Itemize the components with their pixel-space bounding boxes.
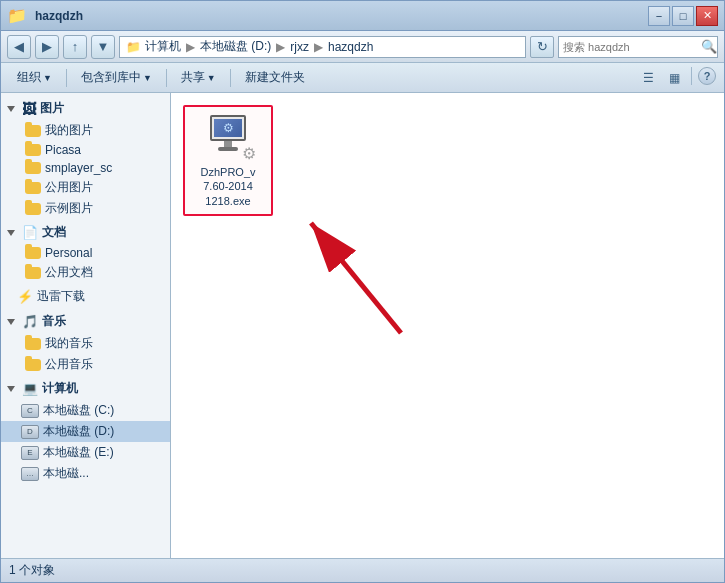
folder-icon [25,338,41,350]
toolbar-right: ☰ ▦ ? [637,67,716,89]
search-box[interactable]: 🔍 [558,36,718,58]
dropdown-button[interactable]: ▼ [91,35,115,59]
path-part-4: hazqdzh [328,40,373,54]
sidebar-item-personal[interactable]: Personal [1,244,170,262]
view-mode-button-1[interactable]: ☰ [637,67,659,89]
address-path[interactable]: 📁 计算机 ▶ 本地磁盘 (D:) ▶ rjxz ▶ hazqdzh [119,36,526,58]
sidebar-item-my-pictures[interactable]: 我的图片 [1,120,170,141]
documents-icon: 📄 [22,225,38,240]
pictures-expand-icon [7,106,15,112]
folder-icon [25,125,41,137]
toolbar-separator-4 [691,67,692,85]
sidebar-section-computer: 💻 计算机 C 本地磁盘 (C:) D 本地磁盘 (D:) E 本地磁盘 (E:… [1,377,170,484]
computer-expand-icon [7,386,15,392]
my-pictures-label: 我的图片 [45,122,93,139]
folder-icon [25,144,41,156]
sidebar-section-thunder: ⚡ 迅雷下载 [1,285,170,308]
maximize-button[interactable]: □ [672,6,694,26]
folder-icon [25,247,41,259]
path-part-1: 计算机 [145,38,181,55]
drive-e-icon: E [21,446,39,460]
file-name: DzhPRO_v 7.60-2014 1218.exe [200,165,255,208]
minimize-button[interactable]: − [648,6,670,26]
documents-expand-icon [7,230,15,236]
toolbar-separator-1 [66,69,67,87]
screen-content: ⚙ [223,121,234,135]
documents-label: 文档 [42,224,66,241]
help-button[interactable]: ? [698,67,716,85]
search-icon[interactable]: 🔍 [701,39,717,54]
my-music-label: 我的音乐 [45,335,93,352]
drive-c-label: 本地磁盘 (C:) [43,402,114,419]
up-button[interactable]: ↑ [63,35,87,59]
file-icon-wrapper: ⚙ ⚙ [204,113,252,161]
forward-button[interactable]: ▶ [35,35,59,59]
sidebar-item-smplayer[interactable]: smplayer_sc [1,159,170,177]
title-bar-left: 📁 hazqdzh [7,6,648,25]
window-icon: 📁 [7,6,27,25]
include-button[interactable]: 包含到库中 ▼ [73,67,160,89]
music-icon: 🎵 [22,314,38,329]
sidebar-group-pictures[interactable]: 🖼 图片 [1,97,170,120]
public-music-label: 公用音乐 [45,356,93,373]
monitor-body: ⚙ [210,115,246,141]
sidebar-group-thunder[interactable]: ⚡ 迅雷下载 [1,285,170,308]
sidebar-item-public-music[interactable]: 公用音乐 [1,354,170,375]
toolbar-separator-2 [166,69,167,87]
monitor-screen: ⚙ [214,119,242,137]
folder-icon [25,267,41,279]
window-title: hazqdzh [35,9,83,23]
public-pictures-label: 公用图片 [45,179,93,196]
title-bar: 📁 hazqdzh − □ ✕ [1,1,724,31]
title-controls: − □ ✕ [648,6,718,26]
sidebar-section-music: 🎵 音乐 我的音乐 公用音乐 [1,310,170,375]
public-docs-label: 公用文档 [45,264,93,281]
folder-icon [25,359,41,371]
computer-icon: 💻 [22,381,38,396]
drive-c-icon: C [21,404,39,418]
personal-label: Personal [45,246,92,260]
status-bar: 1 个对象 [1,558,724,582]
search-input[interactable] [563,41,701,53]
organize-button[interactable]: 组织 ▼ [9,67,60,89]
sidebar-section-documents: 📄 文档 Personal 公用文档 [1,221,170,283]
sidebar-item-sample-pictures[interactable]: 示例图片 [1,198,170,219]
sidebar-item-public-docs[interactable]: 公用文档 [1,262,170,283]
share-button[interactable]: 共享 ▼ [173,67,224,89]
folder-icon [25,182,41,194]
gear-overlay-icon: ⚙ [242,144,256,163]
sidebar-group-music[interactable]: 🎵 音乐 [1,310,170,333]
back-button[interactable]: ◀ [7,35,31,59]
thunder-label: 迅雷下载 [37,288,85,305]
content-area: 🖼 图片 我的图片 Picasa smplayer_sc 公用图片 [1,93,724,558]
sidebar-group-computer[interactable]: 💻 计算机 [1,377,170,400]
sidebar-item-drive-e[interactable]: E 本地磁盘 (E:) [1,442,170,463]
picasa-label: Picasa [45,143,81,157]
new-folder-button[interactable]: 新建文件夹 [237,67,313,89]
refresh-button[interactable]: ↻ [530,36,554,58]
pictures-label: 图片 [40,100,64,117]
toolbar: 组织 ▼ 包含到库中 ▼ 共享 ▼ 新建文件夹 ☰ ▦ ? [1,63,724,93]
music-label: 音乐 [42,313,66,330]
sidebar-item-drive-more[interactable]: … 本地磁... [1,463,170,484]
sidebar-item-my-music[interactable]: 我的音乐 [1,333,170,354]
path-part-2: 本地磁盘 (D:) [200,38,271,55]
sidebar-item-drive-d[interactable]: D 本地磁盘 (D:) [1,421,170,442]
address-bar: ◀ ▶ ↑ ▼ 📁 计算机 ▶ 本地磁盘 (D:) ▶ rjxz ▶ hazqd… [1,31,724,63]
folder-icon [25,203,41,215]
sidebar-group-documents[interactable]: 📄 文档 [1,221,170,244]
file-grid: ⚙ ⚙ DzhPRO_v 7.60-2014 1218.exe [179,101,716,220]
close-button[interactable]: ✕ [696,6,718,26]
sidebar-item-picasa[interactable]: Picasa [1,141,170,159]
folder-icon [25,162,41,174]
file-item-dzhpro[interactable]: ⚙ ⚙ DzhPRO_v 7.60-2014 1218.exe [183,105,273,216]
sidebar-item-drive-c[interactable]: C 本地磁盘 (C:) [1,400,170,421]
music-expand-icon [7,319,15,325]
view-mode-button-2[interactable]: ▦ [663,67,685,89]
exe-icon: ⚙ ⚙ [204,113,252,161]
sidebar-item-public-pictures[interactable]: 公用图片 [1,177,170,198]
monitor-base [218,147,238,151]
status-count: 1 个对象 [9,562,55,579]
drive-more-icon: … [21,467,39,481]
pictures-icon: 🖼 [22,101,36,117]
